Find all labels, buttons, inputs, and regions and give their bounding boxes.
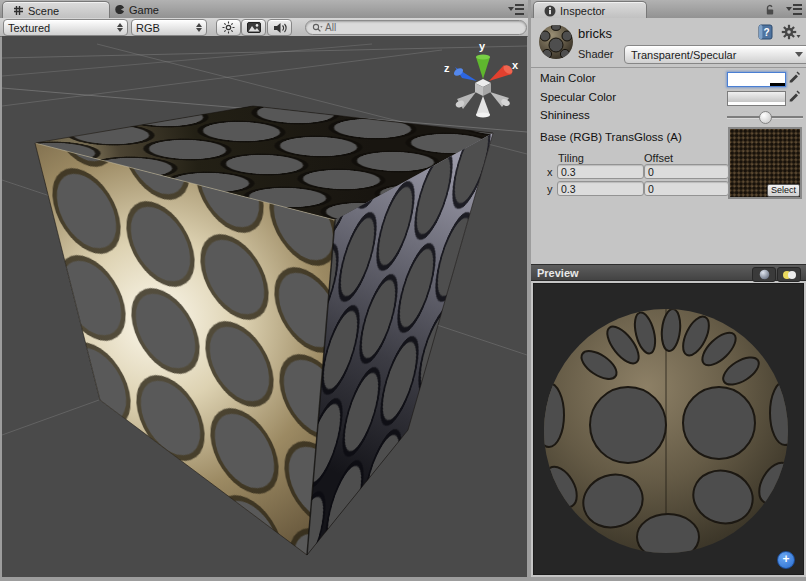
scene-search-field[interactable]: All (305, 20, 527, 35)
preview-header[interactable]: Preview (531, 264, 806, 281)
chevron-down-icon (795, 52, 803, 57)
specular-color-label: Specular Color (540, 91, 616, 103)
game-icon (114, 4, 125, 15)
updown-arrows-icon (117, 23, 123, 32)
texture-select-button[interactable]: Select (767, 184, 800, 197)
color-mode-dropdown[interactable]: RGB (131, 19, 207, 36)
svg-text:?: ? (764, 27, 770, 38)
menu-lines-icon (515, 4, 524, 15)
specular-color-swatch[interactable] (727, 91, 786, 106)
inspector-panel-menu-icon[interactable] (782, 4, 802, 14)
gizmo-z-axis[interactable] (453, 67, 477, 81)
tiling-y-value: 0.3 (561, 183, 576, 195)
tiling-y-field[interactable]: 0.3 (557, 181, 644, 196)
two-lights-icon (782, 270, 797, 280)
gizmo-z-label: z (444, 62, 450, 74)
lighting-toggle-button[interactable] (216, 19, 241, 36)
tiling-x-value: 0.3 (561, 166, 576, 178)
preview-lighting-button[interactable] (777, 267, 801, 282)
shininess-label: Shininess (540, 109, 590, 121)
sphere-icon (759, 269, 770, 280)
help-book-icon[interactable]: ? (758, 24, 773, 40)
offset-x-field[interactable]: 0 (644, 164, 729, 179)
scene-grid-icon (13, 5, 24, 16)
updown-arrows-icon (196, 23, 202, 32)
shininess-thumb[interactable] (759, 111, 772, 124)
offset-column-header: Offset (644, 152, 673, 164)
preview-viewport[interactable]: + (533, 283, 804, 575)
preview-sphere-render (533, 283, 804, 575)
base-map-label: Base (RGB) TransGloss (A) (540, 131, 682, 143)
gizmo-x-axis[interactable] (489, 63, 514, 81)
lock-icon[interactable] (764, 4, 776, 16)
offset-y-value: 0 (648, 183, 654, 195)
material-ball-icon (537, 21, 577, 63)
info-icon (544, 5, 556, 17)
tab-scene-label: Scene (28, 5, 59, 17)
tab-inspector-label: Inspector (560, 5, 605, 17)
speaker-icon (273, 22, 287, 34)
preview-title: Preview (537, 267, 579, 279)
scene-3d-render: y x z (2, 36, 527, 577)
tab-game[interactable]: Game (104, 1, 194, 18)
tab-game-label: Game (129, 4, 159, 16)
skybox-fx-toggle-button[interactable] (241, 19, 266, 36)
menu-lines-icon (793, 4, 802, 15)
shader-value: Transparent/Specular (631, 49, 736, 61)
gizmo-x-label: x (512, 59, 519, 71)
scene-toolbar: Textured RGB (0, 18, 528, 37)
gizmo-center-cube (475, 79, 491, 96)
tiling-x-axis-label: x (547, 166, 553, 178)
tiling-y-axis-label: y (547, 183, 553, 195)
search-icon (312, 23, 323, 33)
scene-panel: Scene Game Textured RGB (0, 0, 528, 577)
main-color-alpha-bar (728, 83, 785, 86)
unity-editor-window: Scene Game Textured RGB (0, 0, 806, 581)
inspector-panel: Inspector (531, 0, 806, 577)
menu-triangle-icon (786, 7, 792, 11)
sun-icon (222, 21, 235, 34)
offset-x-value: 0 (648, 166, 654, 178)
tab-inspector[interactable]: Inspector (533, 1, 647, 19)
scene-panel-menu-icon[interactable] (504, 4, 524, 14)
inspector-tabbar: Inspector (531, 0, 806, 19)
gizmo-y-label: y (479, 40, 486, 52)
base-texture-thumbnail[interactable]: Select (728, 127, 802, 199)
preview-shape-button[interactable] (752, 267, 776, 282)
menu-triangle-icon (508, 7, 514, 11)
specular-color-alpha-bar (728, 102, 785, 105)
material-name: bricks (578, 26, 612, 41)
color-mode-value: RGB (136, 22, 192, 34)
offset-y-field[interactable]: 0 (644, 181, 729, 196)
main-color-swatch[interactable] (727, 72, 786, 87)
search-filter-label: All (325, 22, 336, 33)
shininess-slider[interactable] (727, 116, 803, 118)
gear-menu-icon[interactable] (781, 24, 801, 40)
bricks-cube-object[interactable] (35, 106, 493, 555)
scene-orientation-gizmo[interactable]: y x z (444, 40, 519, 118)
material-header: bricks Shader Transparent/Specular ? (531, 18, 806, 68)
tab-scene[interactable]: Scene (2, 1, 110, 19)
main-color-label: Main Color (540, 72, 596, 84)
scene-viewport[interactable]: y x z (2, 36, 527, 577)
gizmo-y-axis[interactable] (476, 55, 490, 80)
draw-mode-dropdown[interactable]: Textured (3, 19, 128, 36)
tiling-x-field[interactable]: 0.3 (557, 164, 644, 179)
add-button[interactable]: + (777, 551, 795, 569)
shader-dropdown[interactable]: Transparent/Specular (624, 45, 806, 64)
draw-mode-value: Textured (8, 22, 113, 34)
main-color-eyedropper-icon[interactable] (788, 71, 800, 84)
scene-tabbar: Scene Game (0, 0, 528, 19)
material-preview-section: Preview (531, 264, 806, 577)
specular-color-eyedropper-icon[interactable] (788, 90, 800, 103)
audio-toggle-button[interactable] (267, 19, 292, 36)
shader-label: Shader (578, 48, 613, 60)
tiling-column-header: Tiling (558, 152, 584, 164)
image-icon (247, 22, 261, 33)
